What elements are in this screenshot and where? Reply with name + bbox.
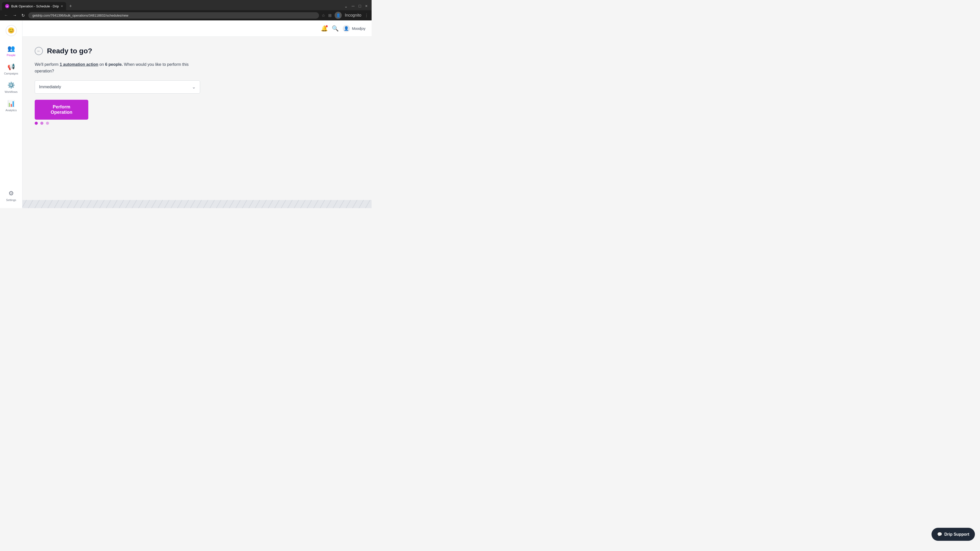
back-button[interactable]: ← xyxy=(35,47,43,55)
sidebar-item-analytics-label: Analytics xyxy=(5,109,17,112)
address-bar-actions: ☆ ⊞ 👤 Incognito ⋮ xyxy=(321,12,369,19)
automation-action-link[interactable]: 1 automation action xyxy=(60,62,98,67)
incognito-avatar[interactable]: 👤 xyxy=(334,12,342,19)
sidebar-bottom: ⚙ Settings xyxy=(1,187,21,204)
dropdown-value: Immediately xyxy=(39,85,61,89)
address-input[interactable] xyxy=(28,12,319,19)
active-tab[interactable]: ● Bulk Operation - Schedule · Drip × xyxy=(2,2,66,10)
pagination-dot-2 xyxy=(40,122,43,125)
settings-icon: ⚙ xyxy=(7,189,15,197)
close-window-button[interactable]: × xyxy=(365,4,368,8)
sidebar-item-people[interactable]: 👥 People xyxy=(1,42,21,59)
description-text: We'll perform 1 automation action on 6 p… xyxy=(35,61,208,74)
star-icon[interactable]: ☆ xyxy=(321,13,325,18)
bottom-bar-decoration xyxy=(22,200,372,208)
restore-button[interactable]: □ xyxy=(359,4,361,8)
back-icon: ← xyxy=(37,49,41,53)
refresh-button[interactable]: ↻ xyxy=(21,13,26,18)
user-menu-button[interactable]: 👤 Moodjoy xyxy=(343,25,366,32)
sidebar-item-campaigns-label: Campaigns xyxy=(4,72,18,75)
notification-button[interactable]: 🔔 xyxy=(321,25,328,32)
back-nav-button[interactable]: ← xyxy=(3,13,9,18)
analytics-icon: 📊 xyxy=(7,100,15,108)
page-title: Ready to go? xyxy=(47,47,92,55)
browser-chrome: ● Bulk Operation - Schedule · Drip × + ⌄… xyxy=(0,0,372,21)
sidebar-item-analytics[interactable]: 📊 Analytics xyxy=(1,97,21,114)
sidebar-item-workflows-label: Workflows xyxy=(5,90,18,94)
search-button[interactable]: 🔍 xyxy=(332,25,339,32)
tab-close-icon[interactable]: × xyxy=(61,4,63,8)
pagination-dots xyxy=(35,122,208,125)
notification-badge xyxy=(326,25,328,27)
chevron-down-icon: ⌄ xyxy=(192,84,196,90)
tab-favicon: ● xyxy=(5,4,9,8)
sidebar-item-settings[interactable]: ⚙ Settings xyxy=(1,187,21,204)
pagination-dot-3 xyxy=(46,122,49,125)
browser-menu-icon[interactable]: ⋮ xyxy=(364,13,369,18)
tab-title: Bulk Operation - Schedule · Drip xyxy=(11,4,59,8)
maximize-button[interactable]: ─ xyxy=(352,4,355,8)
schedule-dropdown[interactable]: Immediately ⌄ xyxy=(35,80,200,94)
window-controls: ⌄ ─ □ × xyxy=(344,4,369,9)
user-avatar: 👤 xyxy=(343,25,350,32)
description-part2: on xyxy=(98,62,105,67)
sidebar: 😊 👥 People 📢 Campaigns ⚙️ Workflows 📊 An… xyxy=(0,21,22,208)
sidebar-item-people-label: People xyxy=(6,54,15,57)
top-bar-actions: 🔔 🔍 👤 Moodjoy xyxy=(321,25,366,32)
extend-icon[interactable]: ⊞ xyxy=(328,13,331,18)
app-logo: 😊 xyxy=(6,25,17,36)
sidebar-item-workflows[interactable]: ⚙️ Workflows xyxy=(1,79,21,96)
incognito-label: Incognito xyxy=(345,13,361,17)
tab-bar: ● Bulk Operation - Schedule · Drip × + ⌄… xyxy=(0,0,372,10)
new-tab-button[interactable]: + xyxy=(67,3,74,10)
people-icon: 👥 xyxy=(7,44,15,52)
app-layout: 😊 👥 People 📢 Campaigns ⚙️ Workflows 📊 An… xyxy=(0,21,372,208)
perform-operation-button[interactable]: Perform Operation xyxy=(35,100,88,120)
ready-header: ← Ready to go? xyxy=(35,47,208,55)
sidebar-item-settings-label: Settings xyxy=(6,198,16,202)
forward-nav-button[interactable]: → xyxy=(12,13,18,18)
main-content: 🔔 🔍 👤 Moodjoy ← Ready to go? xyxy=(22,21,372,208)
workflows-icon: ⚙️ xyxy=(7,81,15,89)
bottom-bar xyxy=(22,200,372,208)
campaigns-icon: 📢 xyxy=(7,63,15,71)
sidebar-logo: 😊 xyxy=(5,24,18,37)
schedule-dropdown-container: Immediately ⌄ xyxy=(35,80,208,94)
description-part1: We'll perform xyxy=(35,62,60,67)
page-content: ← Ready to go? We'll perform 1 automatio… xyxy=(22,37,372,200)
people-count: 6 people. xyxy=(105,62,123,67)
ready-section: ← Ready to go? We'll perform 1 automatio… xyxy=(35,47,208,125)
minimize-button[interactable]: ⌄ xyxy=(344,4,348,9)
sidebar-item-campaigns[interactable]: 📢 Campaigns xyxy=(1,60,21,78)
top-bar: 🔔 🔍 👤 Moodjoy xyxy=(22,21,372,37)
perform-operation-label: Perform Operation xyxy=(45,104,78,115)
address-bar: ← → ↻ ☆ ⊞ 👤 Incognito ⋮ xyxy=(0,10,372,21)
user-name: Moodjoy xyxy=(352,27,366,30)
pagination-dot-1 xyxy=(35,122,38,125)
